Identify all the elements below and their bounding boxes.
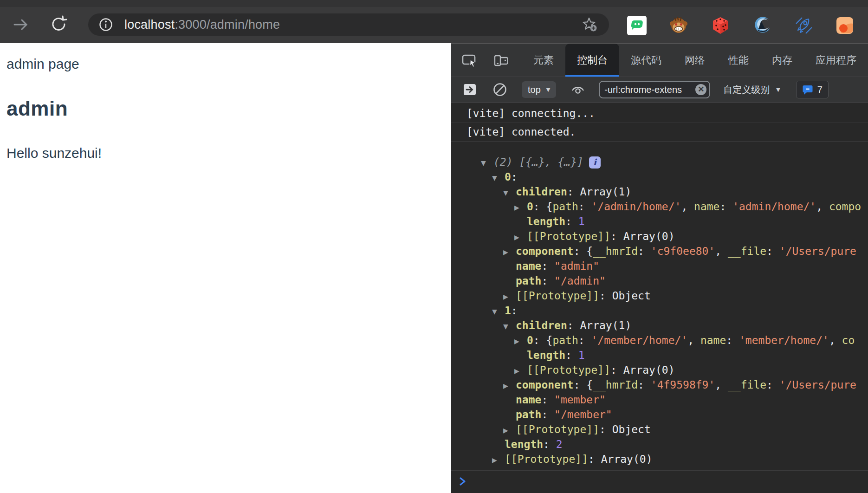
expand-arrow-icon[interactable]: ▶ [514,200,527,215]
console-tree-row: ▶[[Prototype]]: Array(0) [451,452,868,467]
tree-text-segment: name [700,334,726,346]
bookmark-star-icon[interactable] [581,16,599,33]
expand-arrow-icon[interactable]: ▶ [503,423,516,438]
tree-text-segment: __hmrId [593,379,638,391]
tree-text-segment: : [578,201,591,213]
tab-memory[interactable]: 内存 [760,44,804,77]
site-info-icon[interactable] [98,17,113,32]
monkey-extension-icon[interactable] [668,15,689,36]
tree-text-segment: : [588,453,601,465]
expand-arrow-icon[interactable]: ▼ [503,319,516,334]
context-selector-value: top [528,84,541,95]
tree-text-segment: Array(0) [623,230,675,242]
tree-text-segment: 0 [505,171,511,183]
url-text: localhost:3000/admin/home [124,18,280,32]
console-object-tree: ▼(2) [{…}, {…}]i▼0: ▼children: Array(1)▶… [451,142,868,467]
console-tree-row: ▶[[Prototype]]: Array(0) [451,229,868,244]
tree-text-segment: : [578,334,591,346]
tree-text-segment: length [527,349,565,361]
tree-text-segment: Array(1) [580,186,631,198]
red-dice-extension-icon[interactable] [710,15,731,36]
tab-sources[interactable]: 源代码 [619,44,673,77]
green-chat-extension-icon[interactable] [627,15,647,36]
tree-text-segment: component [516,245,574,257]
tree-text-segment: , [829,334,842,346]
tree-text-segment: : [638,379,651,391]
tree-text-segment: "member" [554,394,606,406]
console-tree-row: ▶0: {path: '/member/home/', name: 'membe… [451,333,868,348]
console-filter-input[interactable] [604,84,695,95]
tree-text-segment: : [541,409,554,421]
url-path: :3000/admin/home [175,18,280,32]
inspect-element-icon[interactable] [461,52,478,69]
reload-button[interactable] [48,14,70,35]
expand-arrow-icon[interactable]: ▶ [492,453,505,467]
tree-text-segment: name [516,260,541,272]
tree-text-segment: co [842,334,855,346]
tree-text-segment: 2 [556,438,563,450]
console-tree-row: ▼children: Array(1) [451,318,868,333]
tree-text-segment: , [715,245,728,257]
tree-text-segment: component [516,379,574,391]
tree-text-segment: path [552,201,578,213]
console-tree-row: ▶[[Prototype]]: Object [451,422,868,437]
tree-text-segment: Array(0) [601,453,653,465]
tree-text-segment: '/member/home/' [591,334,688,346]
tree-text-segment: __file [728,245,766,257]
show-console-sidebar-icon[interactable] [462,82,477,97]
clear-console-icon[interactable] [492,82,508,97]
expand-arrow-icon[interactable]: ▶ [503,245,516,259]
console-tree-row: ▼1: [451,303,868,318]
context-selector[interactable]: top ▼ [522,81,556,98]
tree-text-segment: , [681,201,694,213]
tab-application[interactable]: 应用程序 [804,44,868,77]
tree-text-segment: : [565,215,578,227]
value-info-icon[interactable]: i [589,156,601,169]
expand-arrow-icon[interactable]: ▶ [503,289,516,304]
prompt-chevron-icon [459,476,466,487]
expand-arrow-icon[interactable]: ▼ [492,304,505,319]
tree-text-segment: 0 [527,334,533,346]
console-tree-row: path: "/admin" [451,273,868,288]
issues-counter[interactable]: 7 [796,81,829,98]
console-output: [vite] connecting... [vite] connected. ▼… [451,103,868,493]
wave-sailboat-extension-icon[interactable] [752,15,772,36]
tree-text-segment: : [541,394,554,406]
tree-text-segment: , [715,379,728,391]
console-tree-row: length: 1 [451,348,868,363]
tab-performance[interactable]: 性能 [717,44,760,77]
tab-network[interactable]: 网络 [673,44,717,77]
live-expression-eye-icon[interactable] [570,82,586,97]
orange-blob-extension-icon[interactable] [836,15,856,36]
browser-toolbar: localhost:3000/admin/home [0,0,868,43]
console-tree-row: ▼(2) [{…}, {…}]i [451,155,868,169]
tab-console[interactable]: 控制台 [565,44,619,77]
log-level-selector[interactable]: 自定义级别 ▼ [723,84,780,96]
console-prompt[interactable] [451,470,868,492]
expand-arrow-icon[interactable]: ▶ [514,230,527,245]
expand-arrow-icon[interactable]: ▶ [514,363,527,378]
tree-text-segment: Object [612,290,651,302]
clear-filter-icon[interactable]: ✕ [695,84,706,95]
expand-arrow-icon[interactable]: ▶ [503,378,516,393]
tree-text-segment: [[Prototype]] [505,453,588,465]
console-message: [vite] connected. [451,123,868,142]
tree-text-segment: Array(1) [580,319,631,331]
device-toolbar-icon[interactable] [493,52,510,69]
tree-text-segment: compo [829,201,861,213]
expand-arrow-icon[interactable]: ▶ [514,334,527,349]
tab-elements[interactable]: 元素 [522,44,565,77]
expand-arrow-icon[interactable]: ▼ [481,156,493,170]
chevron-down-icon: ▼ [546,87,550,93]
forward-button[interactable] [11,15,31,35]
console-tree-row: length: 1 [451,214,868,229]
expand-arrow-icon[interactable]: ▼ [503,185,516,200]
url-bar[interactable]: localhost:3000/admin/home [88,13,609,36]
rocket-extension-icon[interactable] [794,15,814,36]
console-tree-row: path: "/member" [451,407,868,422]
tree-text-segment: : [511,305,518,317]
tree-text-segment: '/Users/pure [779,379,856,391]
expand-arrow-icon[interactable]: ▼ [492,170,505,185]
page-greeting: Hello sunzehui! [6,145,442,161]
tree-text-segment: : [726,334,739,346]
